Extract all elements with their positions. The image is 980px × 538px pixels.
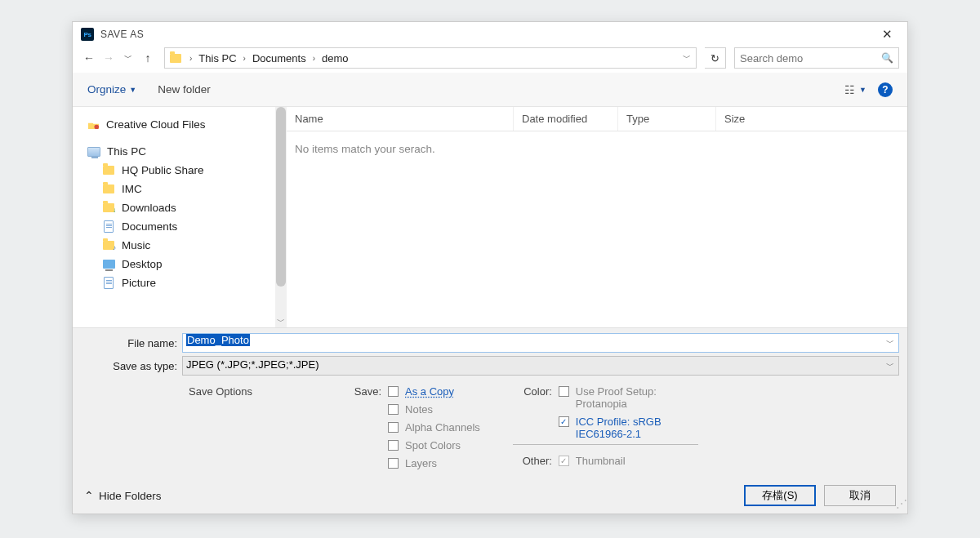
tree-item-label: This PC [107,145,146,158]
tree-item-picture[interactable]: Picture [87,273,275,292]
option-layers: Layers [405,457,437,469]
save-options-header: Save Options [189,385,252,469]
tree-item-label: Creative Cloud Files [106,118,206,131]
tree-scrollbar[interactable]: ﹀ [275,107,287,327]
tree-item-documents[interactable]: Documents [87,217,275,236]
list-view-icon: ☷ [844,83,855,96]
tree-item-downloads[interactable]: Downloads [87,198,275,217]
close-icon[interactable]: ✕ [875,25,899,43]
filename-input[interactable]: Demo_Photo [182,333,899,353]
music-folder-icon [102,240,115,251]
other-label: Other: [513,455,552,467]
titlebar: Ps SAVE AS ✕ [73,22,907,47]
up-icon[interactable]: ↑ [140,50,156,66]
breadcrumb[interactable]: › This PC › Documents › demo ﹀ [164,47,697,69]
caret-down-icon: ▼ [129,86,136,94]
save-as-dialog: Ps SAVE AS ✕ ← → ﹀ ↑ › This PC › Documen… [72,21,908,514]
view-button[interactable]: ☷ ▼ [844,83,866,96]
breadcrumb-item[interactable]: Documents [251,52,308,64]
back-icon[interactable]: ← [81,50,97,66]
color-label: Color: [513,385,552,398]
breadcrumb-item[interactable]: This PC [197,52,238,64]
tree-item-label: Documents [122,220,177,233]
bottom-panel: File name: Demo_Photo ﹀ Save as type: JP… [73,327,907,478]
tree-item-desktop[interactable]: Desktop [87,255,275,273]
footer: ⌃ Hide Folders 存檔(S) 取消 [73,478,907,514]
column-size[interactable]: Size [716,107,814,131]
pc-icon [87,146,100,158]
checkbox-notes[interactable] [388,404,399,415]
tree-item-label: HQ Public Share [122,164,204,176]
tree-item-hq-public[interactable]: HQ Public Share [87,161,275,180]
folder-icon [102,165,115,176]
tree-item-label: IMC [122,183,142,195]
save-button[interactable]: 存檔(S) [744,485,816,506]
tree-item-label: Music [122,239,150,251]
checkbox-as-a-copy[interactable] [388,386,399,397]
file-list: Name Date modified Type Size No items ma… [287,107,907,327]
folder-icon [168,51,183,65]
new-folder-button[interactable]: New folder [158,83,211,96]
option-icc: ICC Profile: sRGB IEC61966-2.1 [576,416,698,440]
checkbox-icc-profile[interactable] [559,416,569,427]
cancel-button[interactable]: 取消 [824,485,896,506]
chevron-up-icon: ⌃ [84,489,94,502]
column-date[interactable]: Date modified [514,107,618,131]
save-label: Save: [342,385,381,398]
option-notes: Notes [405,403,433,416]
search-input[interactable] [740,52,881,64]
refresh-icon[interactable]: ↻ [705,47,726,69]
breadcrumb-dropdown-icon[interactable]: ﹀ [678,52,696,64]
body: Creative Cloud Files This PC HQ Public S… [73,107,907,327]
help-icon[interactable]: ? [878,82,893,97]
checkbox-layers[interactable] [388,458,399,469]
column-headers: Name Date modified Type Size [287,107,907,131]
chevron-right-icon: › [308,54,320,63]
option-proof: Use Proof Setup: Protanopia [576,385,698,410]
column-name[interactable]: Name [287,107,514,131]
hide-folders-label: Hide Folders [99,490,162,502]
tree-item-label: Downloads [122,202,176,214]
svg-point-0 [94,125,99,130]
window-title: SAVE AS [100,29,144,40]
caret-down-icon: ▼ [859,86,866,94]
organize-button[interactable]: Orgnize ▼ [87,83,136,96]
organize-label: Orgnize [87,83,126,96]
checkbox-alpha[interactable] [388,422,399,433]
scrollbar-thumb[interactable] [276,107,286,287]
checkbox-proof-setup[interactable] [559,386,569,397]
toolbar: Orgnize ▼ New folder ☷ ▼ ? [73,73,907,107]
scroll-down-icon[interactable]: ﹀ [275,316,287,327]
tree-item-music[interactable]: Music [87,236,275,255]
tree-item-creative-cloud[interactable]: Creative Cloud Files [87,115,275,134]
save-options: Save Options Save: As a Copy Notes Alpha… [81,379,899,473]
cloud-folder-icon [87,120,100,130]
pictures-icon [102,278,115,289]
checkbox-thumbnail[interactable] [559,456,569,466]
recent-dropdown-icon[interactable]: ﹀ [120,50,136,66]
folder-icon [102,184,115,195]
option-as-a-copy: As a Copy [405,385,454,398]
tree-item-label: Desktop [122,258,163,270]
search-icon[interactable]: 🔍 [881,52,893,64]
tree-item-imc[interactable]: IMC [87,180,275,198]
downloads-folder-icon [102,202,115,214]
search-field[interactable]: 🔍 [734,47,899,69]
option-spot: Spot Colors [405,439,461,451]
resize-grip-icon[interactable]: ⋰ [896,502,906,512]
filetype-label: Save as type: [81,360,177,372]
tree-item-this-pc[interactable]: This PC [87,142,275,161]
hide-folders-button[interactable]: ⌃ Hide Folders [84,489,162,502]
filename-label: File name: [81,337,177,349]
chevron-right-icon: › [238,54,251,63]
checkbox-spot[interactable] [388,440,399,451]
column-type[interactable]: Type [618,107,716,131]
filetype-select[interactable]: JPEG (*.JPG;*.JPEG;*.JPE) [182,356,899,376]
nav-row: ← → ﹀ ↑ › This PC › Documents › demo ﹀ ↻… [73,47,907,73]
folder-tree: Creative Cloud Files This PC HQ Public S… [73,107,275,327]
breadcrumb-item[interactable]: demo [320,52,350,64]
empty-message: No items match your serach. [287,131,907,167]
documents-icon [102,221,115,233]
option-alpha: Alpha Channels [405,421,480,434]
forward-icon[interactable]: → [100,50,117,66]
